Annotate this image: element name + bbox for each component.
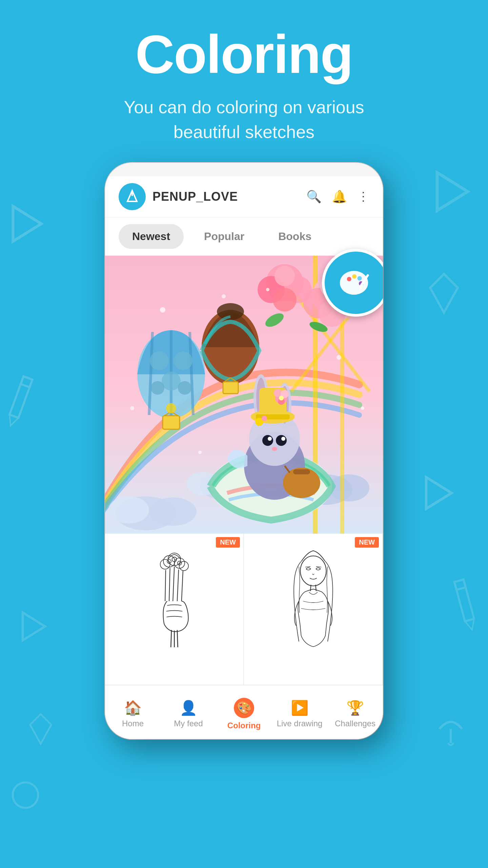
svg-line-106 — [169, 568, 170, 601]
svg-point-41 — [178, 381, 191, 395]
new-badge-2: NEW — [355, 537, 379, 548]
tab-books[interactable]: Books — [265, 224, 325, 249]
svg-point-81 — [268, 437, 272, 441]
svg-line-117 — [171, 630, 171, 647]
svg-marker-5 — [6, 415, 19, 428]
svg-rect-4 — [9, 376, 32, 418]
svg-point-45 — [166, 403, 176, 413]
nav-home-label: Home — [122, 719, 144, 728]
svg-point-120 — [300, 556, 326, 586]
tab-newest[interactable]: Newest — [119, 224, 184, 249]
bottom-nav: 🏠 Home 👤 My feed 🎨 Coloring ▶️ — [105, 685, 383, 739]
svg-point-18 — [352, 274, 357, 279]
svg-rect-49 — [223, 382, 238, 394]
svg-point-37 — [150, 351, 169, 370]
header-icons: 🔍 🔔 ⋮ — [306, 190, 369, 204]
svg-point-97 — [160, 307, 165, 313]
svg-point-60 — [274, 266, 295, 286]
phone-status-bar — [105, 163, 383, 176]
bell-icon[interactable]: 🔔 — [332, 190, 347, 204]
myfeed-icon: 👤 — [180, 699, 197, 716]
svg-point-38 — [174, 351, 192, 370]
thumbnail-2[interactable]: NEW — [244, 534, 383, 685]
svg-line-119 — [177, 630, 178, 647]
svg-point-39 — [162, 372, 181, 391]
challenges-icon: 🏆 — [346, 699, 364, 716]
svg-line-107 — [181, 571, 183, 601]
svg-point-17 — [347, 277, 351, 281]
svg-point-80 — [276, 435, 287, 446]
svg-rect-93 — [293, 469, 310, 474]
svg-point-91 — [279, 396, 284, 400]
header-section: Coloring You can do coloring on various … — [0, 0, 488, 144]
svg-point-19 — [357, 276, 362, 280]
thumbnails-section: NEW — [105, 534, 383, 685]
svg-point-96 — [262, 416, 267, 421]
svg-line-122 — [316, 567, 321, 567]
svg-rect-42 — [163, 416, 180, 429]
nav-home[interactable]: 🏠 Home — [105, 692, 161, 736]
phone-inner: PENUP_LOVE 🔍 🔔 ⋮ Newest Popular — [105, 163, 383, 739]
live-drawing-icon: ▶️ — [291, 699, 308, 716]
tab-bar: Newest Popular Books — [105, 217, 383, 256]
nav-coloring[interactable]: 🎨 Coloring — [216, 692, 272, 736]
nav-coloring-label: Coloring — [227, 721, 261, 730]
svg-point-100 — [337, 355, 341, 360]
svg-rect-9 — [454, 579, 466, 590]
tab-popular[interactable]: Popular — [190, 224, 258, 249]
app-logo — [119, 183, 146, 210]
thumbnail-1[interactable]: NEW — [105, 534, 244, 685]
nav-challenges-label: Challenges — [335, 719, 375, 728]
coloring-icon: 🎨 — [237, 701, 252, 715]
phone-content: PENUP_LOVE 🔍 🔔 ⋮ Newest Popular — [105, 176, 383, 739]
svg-marker-8 — [465, 619, 477, 631]
page-title: Coloring — [0, 27, 488, 81]
svg-line-104 — [173, 567, 174, 601]
nav-live-drawing-label: Live drawing — [277, 719, 323, 728]
svg-point-83 — [272, 447, 277, 451]
svg-point-12 — [13, 783, 38, 808]
sketch-2 — [244, 534, 382, 663]
svg-point-99 — [266, 288, 269, 291]
artwork-wrapper — [105, 256, 383, 534]
svg-point-82 — [281, 437, 285, 441]
svg-point-25 — [108, 496, 149, 524]
svg-point-26 — [149, 497, 197, 526]
svg-marker-3 — [426, 477, 452, 509]
svg-marker-2 — [437, 173, 468, 211]
svg-point-116 — [160, 559, 170, 569]
nav-live-drawing[interactable]: ▶️ Live drawing — [272, 692, 327, 736]
phone-frame: PENUP_LOVE 🔍 🔔 ⋮ Newest Popular — [105, 163, 383, 739]
svg-point-101 — [361, 407, 364, 410]
more-icon[interactable]: ⋮ — [357, 190, 369, 204]
search-icon[interactable]: 🔍 — [306, 190, 322, 204]
svg-rect-6 — [21, 376, 33, 387]
svg-marker-0 — [13, 206, 41, 241]
svg-line-108 — [165, 570, 166, 601]
svg-line-105 — [177, 569, 178, 601]
nav-myfeed[interactable]: 👤 My feed — [161, 692, 216, 736]
app-header: PENUP_LOVE 🔍 🔔 ⋮ — [105, 176, 383, 217]
svg-line-121 — [305, 567, 310, 567]
svg-point-79 — [262, 435, 273, 446]
phone-mockup: PENUP_LOVE 🔍 🔔 ⋮ Newest Popular — [105, 163, 383, 739]
svg-point-102 — [130, 406, 134, 410]
nav-challenges[interactable]: 🏆 Challenges — [327, 692, 383, 736]
page-subtitle: You can do coloring on various beautiful… — [0, 95, 488, 144]
coloring-active-indicator: 🎨 — [234, 698, 254, 718]
svg-marker-11 — [30, 714, 52, 744]
svg-point-59 — [273, 288, 297, 312]
nav-myfeed-label: My feed — [174, 719, 203, 728]
new-badge-1: NEW — [216, 537, 240, 548]
sketch-1 — [105, 534, 243, 663]
svg-point-98 — [222, 294, 226, 298]
svg-marker-1 — [23, 613, 45, 640]
svg-point-103 — [198, 451, 202, 454]
home-icon: 🏠 — [124, 699, 142, 716]
svg-point-40 — [151, 381, 164, 395]
svg-rect-7 — [454, 579, 474, 621]
app-name: PENUP_LOVE — [152, 190, 306, 204]
svg-marker-10 — [430, 274, 458, 313]
